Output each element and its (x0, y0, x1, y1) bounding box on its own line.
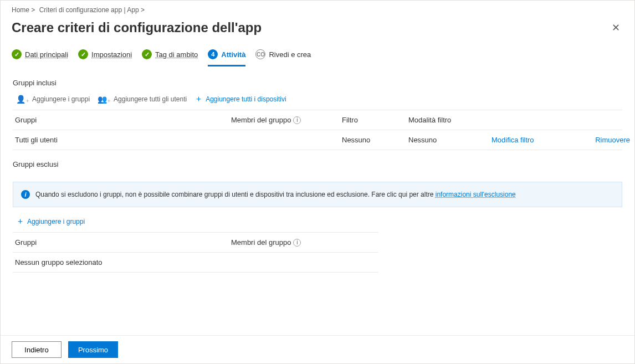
back-button[interactable]: Indietro (12, 341, 62, 358)
included-table: Gruppi Membri del gruppo i Filtro Modali… (13, 110, 622, 150)
step-settings[interactable]: ✓ Impostazioni (78, 49, 132, 66)
check-icon: ✓ (12, 49, 22, 59)
wizard-footer: Indietro Prossimo (1, 335, 634, 363)
close-icon[interactable]: ✕ (608, 18, 623, 37)
step-label: Tag di ambito (155, 50, 198, 59)
col-members: Membri del gruppo i (231, 238, 376, 247)
add-excluded-groups-button[interactable]: ＋ Aggiungere i gruppi (16, 216, 85, 227)
step-basics[interactable]: ✓ Dati principali (12, 49, 68, 66)
remove-link[interactable]: Rimuovere (575, 136, 630, 144)
step-label: Impostazioni (91, 50, 132, 59)
table-header: Gruppi Membri del gruppo i Filtro Modali… (13, 110, 622, 130)
pending-step-icon: CO (255, 49, 265, 59)
add-excluded-groups-label: Aggiungere i gruppi (27, 218, 85, 225)
plus-icon: ＋ (194, 94, 203, 104)
add-all-users-label: Aggiungere tutti gli utenti (114, 95, 187, 103)
col-groups: Gruppi (15, 238, 231, 247)
edit-filter-link[interactable]: Modifica filtro (491, 136, 575, 144)
col-mode: Modalità filtro (408, 116, 491, 124)
person-plus-icon: 👤₊ (16, 95, 29, 104)
add-all-devices-button[interactable]: ＋ Aggiungere tutti i dispositivi (194, 94, 286, 104)
wizard-steps: ✓ Dati principali ✓ Impostazioni ✓ Tag d… (1, 45, 634, 69)
excluded-actions: ＋ Aggiungere i gruppi (1, 213, 634, 232)
col-groups: Gruppi (15, 116, 231, 124)
add-groups-label: Aggiungere i gruppi (32, 95, 90, 103)
step-label: Dati principali (25, 50, 68, 59)
exclusion-info-link[interactable]: informazioni sull'esclusione (436, 191, 516, 198)
info-icon: i (21, 190, 30, 199)
excluded-heading: Gruppi esclusi (1, 150, 634, 172)
people-plus-icon: 👥₊ (98, 95, 111, 104)
info-icon[interactable]: i (293, 116, 301, 124)
exclusion-info-banner: i Quando si escludono i gruppi, non è po… (13, 182, 622, 207)
step-label: Rivedi e crea (269, 50, 311, 59)
step-label: Attività (221, 50, 245, 59)
step-number-icon: 4 (208, 49, 218, 59)
breadcrumb-home[interactable]: Home > (12, 6, 35, 14)
table-row: Tutti gli utenti Nessuno Nessuno Modific… (13, 130, 622, 150)
cell-groups: Tutti gli utenti (15, 136, 231, 144)
add-groups-button[interactable]: 👤₊ Aggiungere i gruppi (16, 95, 90, 104)
empty-text: Nessun gruppo selezionato (15, 258, 231, 266)
breadcrumb-policies[interactable]: Criteri di configurazione app | App > (39, 6, 145, 14)
page-title: Creare criteri di configurazione dell'ap… (12, 20, 262, 35)
add-all-devices-label: Aggiungere tutti i dispositivi (206, 95, 286, 103)
excluded-table: Gruppi Membri del gruppo i Nessun gruppo… (13, 232, 378, 273)
step-scope-tags[interactable]: ✓ Tag di ambito (142, 49, 198, 66)
step-review[interactable]: CO Rivedi e crea (255, 49, 311, 66)
included-actions: 👤₊ Aggiungere i gruppi 👥₊ Aggiungere tut… (1, 90, 634, 110)
cell-mode: Nessuno (408, 136, 491, 144)
plus-icon: ＋ (16, 216, 24, 227)
check-icon: ✓ (142, 49, 152, 59)
cell-filter: Nessuno (342, 136, 408, 144)
table-header: Gruppi Membri del gruppo i (13, 233, 378, 253)
col-filter: Filtro (342, 116, 408, 124)
step-assignments[interactable]: 4 Attività (208, 49, 245, 66)
included-heading: Gruppi inclusi (1, 69, 634, 90)
table-row-empty: Nessun gruppo selezionato (13, 253, 378, 273)
check-icon: ✓ (78, 49, 88, 59)
col-members: Membri del gruppo i (231, 116, 342, 124)
breadcrumb: Home > Criteri di configurazione app | A… (1, 1, 634, 16)
info-icon[interactable]: i (293, 239, 301, 247)
add-all-users-button[interactable]: 👥₊ Aggiungere tutti gli utenti (98, 95, 187, 104)
next-button[interactable]: Prossimo (68, 341, 118, 358)
exclusion-info-text: Quando si escludono i gruppi, non è poss… (35, 191, 516, 198)
